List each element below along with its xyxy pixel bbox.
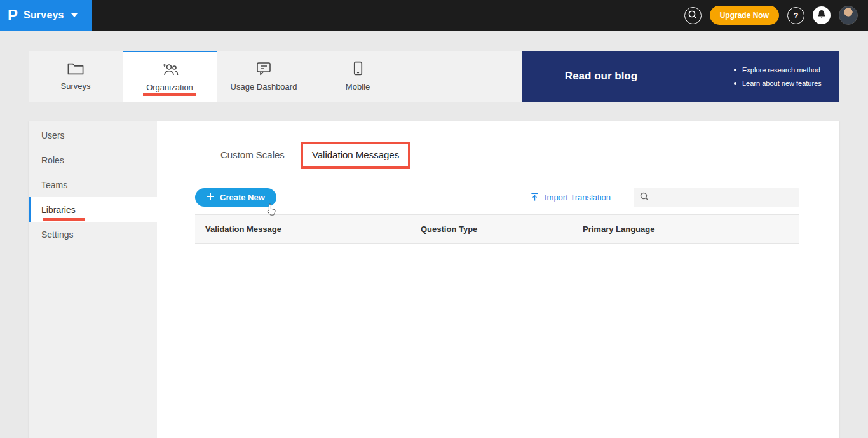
- sidebar-item-label: Roles: [41, 155, 64, 165]
- sidebar-item-users[interactable]: Users: [29, 123, 157, 147]
- sidebar-item-roles[interactable]: Roles: [29, 147, 157, 172]
- column-header-question-type: Question Type: [421, 224, 583, 234]
- import-translation-link[interactable]: Import Translation: [530, 192, 611, 203]
- sidebar-item-label: Libraries: [41, 205, 76, 215]
- sidebar-item-label: Users: [41, 130, 65, 140]
- blog-bullet-item: Learn about new features: [734, 79, 839, 87]
- question-mark-icon: ?: [794, 11, 799, 20]
- create-new-label: Create New: [220, 193, 265, 202]
- dashboard-chat-icon: [256, 62, 271, 78]
- topbar-actions: Upgrade Now ?: [684, 6, 868, 25]
- nav-tab-label: Usage Dashboard: [231, 82, 297, 92]
- table-search: [634, 188, 799, 207]
- blog-bullet-item: Explore research method: [734, 66, 839, 74]
- create-new-button[interactable]: Create New: [195, 188, 276, 207]
- table-header-row: Validation Message Question Type Primary…: [195, 214, 799, 244]
- blog-bullet-list: Explore research method Learn about new …: [681, 66, 839, 87]
- settings-sidebar: Users Roles Teams Libraries Settings: [29, 121, 157, 438]
- notifications-button[interactable]: [813, 6, 831, 24]
- topbar: P Surveys Upgrade Now ?: [0, 0, 868, 31]
- toolbar-right: Import Translation: [530, 188, 799, 207]
- sidebar-item-settings[interactable]: Settings: [29, 222, 157, 247]
- search-icon: [688, 10, 697, 21]
- nav-tab-organization[interactable]: Organization: [123, 51, 217, 102]
- mobile-phone-icon: [353, 61, 363, 78]
- nav-tab-label: Mobile: [346, 82, 370, 92]
- sidebar-item-label: Teams: [41, 180, 67, 190]
- library-tabs: Custom Scales Validation Messages: [195, 142, 799, 168]
- annotation-underline: [43, 218, 85, 221]
- folder-icon: [67, 62, 84, 77]
- libraries-content: Custom Scales Validation Messages Create…: [157, 121, 839, 438]
- import-icon: [530, 192, 539, 203]
- main-panel: Users Roles Teams Libraries Settings Cus…: [29, 121, 839, 438]
- app-name: Surveys: [24, 10, 64, 21]
- blog-promo-panel: Read our blog Explore research method Le…: [522, 51, 839, 102]
- app-switcher[interactable]: P Surveys: [0, 0, 92, 31]
- bell-icon: [817, 10, 826, 21]
- nav-spacer: [405, 51, 522, 102]
- tab-custom-scales[interactable]: Custom Scales: [210, 143, 295, 168]
- blog-link[interactable]: Read our blog: [522, 70, 681, 83]
- nav-tab-mobile[interactable]: Mobile: [311, 51, 405, 102]
- plus-icon: [207, 193, 214, 202]
- toolbar: Create New Import Translation: [195, 188, 799, 207]
- nav-tab-label: Surveys: [61, 81, 91, 91]
- user-avatar[interactable]: [839, 6, 858, 25]
- product-nav-tabs: Surveys Organization Usage Dashboard Mob…: [29, 51, 405, 102]
- nav-tab-usage-dashboard[interactable]: Usage Dashboard: [217, 51, 311, 102]
- import-translation-label: Import Translation: [545, 193, 611, 202]
- search-input[interactable]: [654, 193, 792, 202]
- chevron-down-icon: [71, 13, 78, 17]
- column-header-primary-language: Primary Language: [583, 224, 799, 234]
- search-icon: [640, 192, 649, 203]
- nav-tab-label: Organization: [146, 83, 193, 92]
- search-button[interactable]: [684, 7, 702, 24]
- nav-tab-surveys[interactable]: Surveys: [29, 51, 123, 102]
- brand-logo: P: [8, 8, 18, 23]
- help-button[interactable]: ?: [787, 7, 804, 24]
- people-add-icon: [161, 62, 179, 78]
- sidebar-item-libraries[interactable]: Libraries: [29, 197, 157, 222]
- product-nav: Surveys Organization Usage Dashboard Mob…: [29, 51, 839, 102]
- tab-validation-messages[interactable]: Validation Messages: [301, 142, 410, 169]
- annotation-underline: [143, 93, 196, 96]
- upgrade-now-button[interactable]: Upgrade Now: [710, 6, 779, 25]
- column-header-validation-message: Validation Message: [195, 224, 421, 234]
- sidebar-item-label: Settings: [41, 229, 74, 240]
- sidebar-item-teams[interactable]: Teams: [29, 172, 157, 197]
